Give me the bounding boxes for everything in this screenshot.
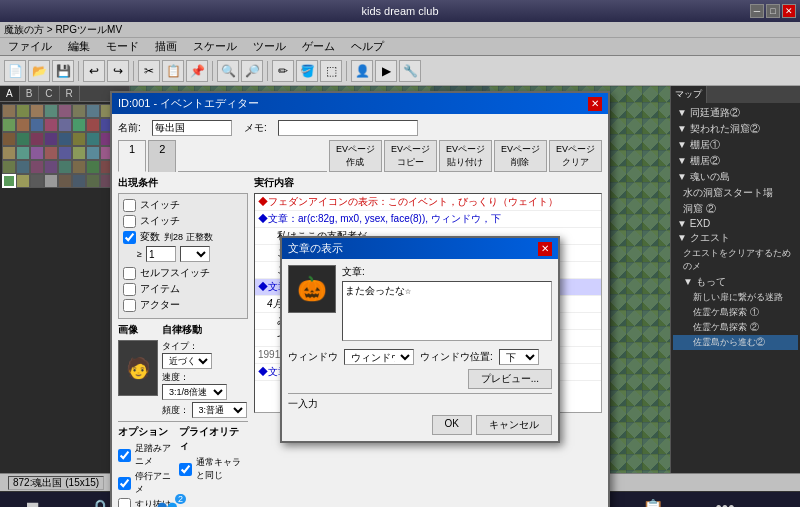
freq-select[interactable]: 3:普通 xyxy=(192,402,247,418)
event-item[interactable]: ◆文章：ar(c:82g, mx0, ysex, face(8)), ウィンドウ… xyxy=(255,211,601,228)
tile[interactable] xyxy=(86,118,100,132)
text-cancel-button[interactable]: キャンセル xyxy=(476,415,552,435)
taskbar-more[interactable]: ••• 詳細 xyxy=(700,494,750,507)
tile[interactable] xyxy=(30,160,44,174)
event-tab-2[interactable]: 2 xyxy=(148,140,176,172)
tile[interactable] xyxy=(72,132,86,146)
menu-scale[interactable]: スケール xyxy=(189,38,241,55)
tile[interactable] xyxy=(58,118,72,132)
tree-item[interactable]: 佐霊ケ島探索 ① xyxy=(673,305,798,320)
tile[interactable] xyxy=(2,132,16,146)
tile[interactable] xyxy=(86,160,100,174)
toolbar-zoom-out[interactable]: 🔎 xyxy=(241,60,263,82)
memo-input[interactable] xyxy=(278,120,418,136)
tile[interactable] xyxy=(2,104,16,118)
tile[interactable] xyxy=(86,146,100,160)
tile[interactable] xyxy=(2,118,16,132)
tile[interactable] xyxy=(2,160,16,174)
tile[interactable] xyxy=(86,174,100,188)
tree-item[interactable]: 洞窟 ② xyxy=(673,201,798,217)
tile[interactable] xyxy=(16,174,30,188)
tile[interactable] xyxy=(58,160,72,174)
variable-compare-value[interactable] xyxy=(146,246,176,262)
tile[interactable] xyxy=(44,104,58,118)
ev-page-paste[interactable]: EVページ貼り付け xyxy=(439,140,492,172)
tile-selected[interactable] xyxy=(2,174,16,188)
toolbar-new[interactable]: 📄 xyxy=(4,60,26,82)
speed-select[interactable]: 3:1/8倍速 xyxy=(162,384,227,400)
menu-edit[interactable]: 編集 xyxy=(64,38,94,55)
switch2-checkbox[interactable] xyxy=(123,215,136,228)
close-button[interactable]: ✕ xyxy=(782,4,796,18)
toolbar-paste[interactable]: 📌 xyxy=(186,60,208,82)
event-editor-close[interactable]: ✕ xyxy=(588,97,602,111)
tile[interactable] xyxy=(30,104,44,118)
tile[interactable] xyxy=(72,118,86,132)
tree-item-selected[interactable]: 佐霊島から進む② xyxy=(673,335,798,350)
tile[interactable] xyxy=(30,118,44,132)
tile[interactable] xyxy=(58,174,72,188)
toolbar-redo[interactable]: ↪ xyxy=(107,60,129,82)
window-type-select[interactable]: ウィンドウ xyxy=(344,349,414,365)
tile[interactable] xyxy=(58,104,72,118)
tile[interactable] xyxy=(44,174,58,188)
toolbar-select[interactable]: ⬚ xyxy=(320,60,342,82)
tile[interactable] xyxy=(44,146,58,160)
menu-mode[interactable]: モード xyxy=(102,38,143,55)
tile[interactable] xyxy=(58,132,72,146)
item-checkbox[interactable] xyxy=(123,283,136,296)
toolbar-fill[interactable]: 🪣 xyxy=(296,60,318,82)
text-ok-button[interactable]: OK xyxy=(432,415,472,435)
toolbar-test[interactable]: 🔧 xyxy=(399,60,421,82)
toolbar-zoom-in[interactable]: 🔍 xyxy=(217,60,239,82)
tree-item[interactable]: ▼ 棚居② xyxy=(673,153,798,169)
name-input[interactable] xyxy=(152,120,232,136)
tile-tab-b[interactable]: B xyxy=(20,86,40,101)
tile[interactable] xyxy=(72,174,86,188)
tree-item[interactable]: ▼ 契われた洞窟② xyxy=(673,121,798,137)
preview-button[interactable]: プレビュー... xyxy=(468,369,552,389)
tile[interactable] xyxy=(30,132,44,146)
tile[interactable] xyxy=(16,160,30,174)
variable-checkbox[interactable] xyxy=(123,231,136,244)
actor-checkbox[interactable] xyxy=(123,299,136,312)
tree-item[interactable]: ▼ もって xyxy=(673,274,798,290)
footstep-checkbox[interactable] xyxy=(118,449,131,462)
switch1-checkbox[interactable] xyxy=(123,199,136,212)
tile[interactable] xyxy=(2,146,16,160)
tree-item[interactable]: クエストをクリアするためのメ xyxy=(673,246,798,274)
ev-page-delete[interactable]: EVページ削除 xyxy=(494,140,547,172)
priority-normal-checkbox[interactable] xyxy=(179,463,192,476)
tree-item[interactable]: ▼ 棚居① xyxy=(673,137,798,153)
variable-compare-select[interactable] xyxy=(180,246,210,262)
tile[interactable] xyxy=(30,174,44,188)
event-item[interactable]: ◆フェダンアイコンの表示：このイベント，びっくり（ウェイト） xyxy=(255,194,601,211)
tree-item[interactable]: 水の洞窟スタート場 xyxy=(673,185,798,201)
menu-file[interactable]: ファイル xyxy=(4,38,56,55)
passthrough-checkbox[interactable] xyxy=(118,498,131,507)
text-textarea[interactable]: また会ったな☆ xyxy=(342,281,552,341)
tile-tab-a[interactable]: A xyxy=(0,86,20,101)
toolbar-undo[interactable]: ↩ xyxy=(83,60,105,82)
taskbar-whiteboard[interactable]: 📋 ホワイトボード xyxy=(610,494,696,508)
tile[interactable] xyxy=(16,118,30,132)
tile[interactable] xyxy=(72,146,86,160)
minimize-button[interactable]: ─ xyxy=(750,4,764,18)
tree-item[interactable]: ▼ 同廷通路② xyxy=(673,105,798,121)
tree-item[interactable]: ▼ EXD xyxy=(673,217,798,230)
ev-page-clear[interactable]: EVページクリア xyxy=(549,140,602,172)
toolbar-cut[interactable]: ✂ xyxy=(138,60,160,82)
tile[interactable] xyxy=(72,104,86,118)
tile[interactable] xyxy=(16,146,30,160)
tile[interactable] xyxy=(72,160,86,174)
tree-item[interactable]: ▼ 魂いの島 xyxy=(673,169,798,185)
tile[interactable] xyxy=(44,132,58,146)
tile[interactable] xyxy=(44,160,58,174)
tile[interactable] xyxy=(44,118,58,132)
tile[interactable] xyxy=(86,132,100,146)
taskbar-stop[interactable]: ⏹ 停止 xyxy=(8,494,58,507)
tree-item[interactable]: 佐霊ケ島探索 ② xyxy=(673,320,798,335)
tile[interactable] xyxy=(58,146,72,160)
menu-help[interactable]: ヘルプ xyxy=(347,38,388,55)
ev-page-copy[interactable]: EVページコピー xyxy=(384,140,437,172)
